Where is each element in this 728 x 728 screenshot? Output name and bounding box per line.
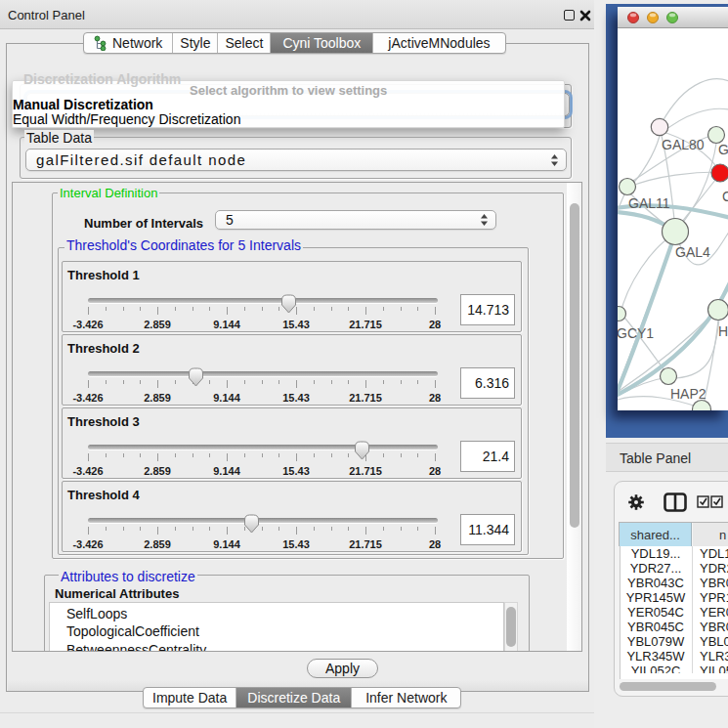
svg-text:GAL11: GAL11 bbox=[628, 195, 670, 211]
svg-text:HAP2: HAP2 bbox=[670, 386, 707, 402]
svg-text:H: H bbox=[718, 323, 728, 339]
svg-text:GCY1: GCY1 bbox=[618, 325, 654, 341]
svg-text:GAL80: GAL80 bbox=[662, 137, 705, 152]
svg-text:GAL4: GAL4 bbox=[675, 244, 710, 260]
svg-text:GA: GA bbox=[718, 142, 728, 157]
svg-text:C: C bbox=[722, 189, 728, 204]
